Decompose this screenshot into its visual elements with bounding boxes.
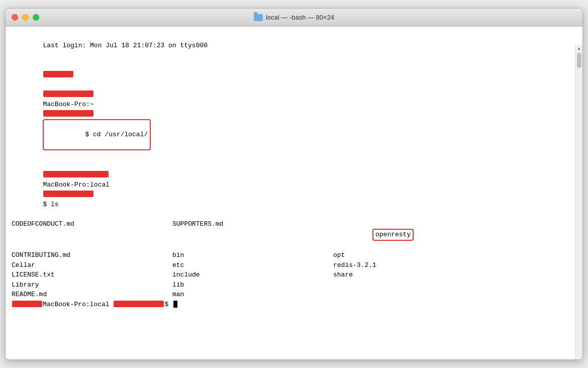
prompt-text-2a: MacBook-Pro:local	[43, 181, 113, 189]
ls-item: Cellar	[12, 260, 172, 270]
terminal-window: local — -bash — 80×24 Last login: Mon Ju…	[5, 8, 583, 360]
ls-item: CODEOFCONDUCT.md	[12, 219, 172, 251]
openresty-highlight: openresty	[372, 229, 414, 241]
prompt-text-3a: MacBook-Pro:local	[43, 300, 113, 310]
ls-item: lib	[172, 280, 333, 290]
ls-item	[333, 290, 494, 300]
prompt-line-2: MacBook-Pro:local $ ls	[12, 160, 569, 219]
scroll-thumb[interactable]	[577, 53, 581, 68]
redacted-hostname-1	[43, 90, 93, 97]
redacted-user-1	[43, 110, 93, 117]
close-button[interactable]	[12, 14, 18, 21]
title-text: local — -bash — 80×24	[266, 14, 334, 21]
redacted-username-2	[43, 171, 109, 177]
window-title: local — -bash — 80×24	[254, 14, 334, 21]
prompt-line-1: MacBook-Pro:~ $ cd /usr/local/	[12, 60, 569, 160]
redacted-username-1	[43, 71, 73, 77]
prompt-text-2b: $ ls	[43, 201, 58, 208]
ls-item: include	[172, 270, 333, 280]
titlebar: local — -bash — 80×24	[6, 9, 582, 27]
ls-item: man	[172, 290, 333, 300]
ls-item: opt	[333, 250, 494, 260]
ls-item: etc	[172, 260, 333, 270]
ls-item: SUPPORTERS.md	[172, 219, 333, 251]
folder-icon	[254, 14, 263, 21]
ls-item	[333, 280, 494, 290]
prompt-text-1	[43, 81, 47, 88]
redacted-user-2	[43, 191, 93, 197]
ls-item: redis-3.2.1	[333, 260, 494, 270]
ls-item: bin	[172, 250, 333, 260]
ls-item: README.md	[12, 290, 172, 300]
scrollbar[interactable]: ▲	[575, 45, 582, 359]
redacted-username-3	[12, 301, 42, 307]
maximize-button[interactable]	[33, 14, 39, 21]
ls-item: openresty	[333, 219, 494, 251]
prompt-line-3: MacBook-Pro:local $	[12, 300, 569, 310]
ls-item: LICENSE.txt	[12, 270, 172, 280]
prompt-colon-1: MacBook-Pro:~	[43, 101, 97, 108]
cd-command-highlight: $ cd /usr/local/	[43, 119, 151, 151]
traffic-lights	[12, 14, 39, 21]
prompt-text-3b: $	[164, 300, 172, 310]
redacted-user-3	[114, 301, 164, 307]
ls-output: CODEOFCONDUCT.md SUPPORTERS.md openresty…	[12, 219, 569, 300]
ls-item: CONTRIBUTING.md	[12, 250, 172, 260]
login-line: Last login: Mon Jul 18 21:07:23 on ttys0…	[12, 31, 569, 60]
login-text: Last login: Mon Jul 18 21:07:23 on ttys0…	[43, 42, 208, 49]
terminal-body[interactable]: Last login: Mon Jul 18 21:07:23 on ttys0…	[6, 27, 582, 359]
ls-item: share	[333, 270, 494, 280]
scroll-up-arrow[interactable]: ▲	[576, 46, 581, 51]
minimize-button[interactable]	[22, 14, 29, 21]
cd-command-text: $ cd /usr/local/	[85, 131, 148, 138]
ls-item: Library	[12, 280, 172, 290]
terminal-cursor	[173, 301, 177, 308]
